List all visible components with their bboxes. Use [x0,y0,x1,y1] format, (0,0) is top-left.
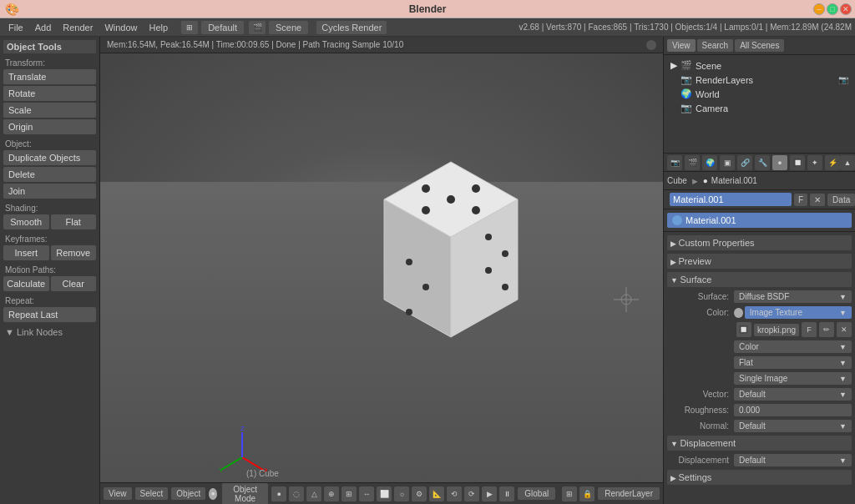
f-button[interactable]: F [794,194,807,206]
viewport-icon-11[interactable]: ⟲ [447,486,462,501]
viewport-icon-6[interactable]: ↔ [359,486,374,501]
material-slot-item[interactable]: Material.001 [667,213,852,228]
vp-snap-icon[interactable]: 🔒 [579,486,594,501]
object-props-icon[interactable]: ▣ [720,155,735,170]
flat-button[interactable]: Flat [51,214,97,229]
remove-texture-button[interactable]: ✕ [837,322,852,337]
vp-grid-icon[interactable]: ⊞ [562,486,577,501]
origin-button[interactable]: Origin [3,119,96,134]
view-menu-button[interactable]: View [104,487,132,500]
viewport[interactable]: X Y Z (1) Cube [100,53,663,482]
viewport-icon-1[interactable]: ● [271,486,286,501]
viewport-icon-3[interactable]: △ [306,486,321,501]
viewport-icon-13[interactable]: ▶ [482,486,497,501]
viewport-icon-5[interactable]: ⊞ [341,486,357,501]
color-space-dropdown[interactable]: Color ▼ [734,340,852,353]
remove-button[interactable]: Remove [51,245,97,260]
layout-icon: ⊞ [181,21,198,34]
renderlayer-button[interactable]: RenderLayer [598,487,660,500]
viewport-icon-9[interactable]: ⚙ [412,486,427,501]
layout-selector[interactable]: Default [201,21,244,34]
particle-props-icon[interactable]: ✦ [807,155,822,170]
scene-selector[interactable]: Scene [269,21,308,34]
texture-props-icon[interactable]: 🔲 [790,155,805,170]
data-tab-button[interactable]: Data [827,194,855,206]
custom-properties-section[interactable]: Custom Properties [667,235,852,250]
global-selector[interactable]: Global [518,487,555,500]
color-dot-button[interactable] [734,308,743,318]
material-props-icon[interactable]: ● [772,155,787,170]
mode-icon[interactable]: ● [209,488,217,500]
menu-render[interactable]: Render [58,21,98,34]
viewport-icon-10[interactable]: 📐 [429,486,444,501]
clear-button[interactable]: Clear [51,276,97,291]
normal-dropdown[interactable]: Default ▼ [734,420,852,432]
outliner-scene[interactable]: ▶ 🎬 Scene [667,58,852,73]
menu-file[interactable]: File [3,21,28,34]
repeat-last-button[interactable]: Repeat Last [3,307,96,322]
viewport-icon-8[interactable]: ☼ [394,486,409,501]
menu-help[interactable]: Help [144,21,174,34]
smooth-button[interactable]: Smooth [3,214,49,229]
extension-dropdown[interactable]: Single Image ▼ [734,372,852,385]
all-scenes-tab[interactable]: All Scenes [735,39,784,52]
outliner-camera[interactable]: 📷 Camera [667,101,852,115]
motion-paths-label: Motion Paths: [3,265,96,275]
calculate-button[interactable]: Calculate [3,276,49,291]
close-button[interactable]: ✕ [840,3,852,15]
scale-button[interactable]: Scale [3,103,96,118]
object-menu-button[interactable]: Object [171,487,205,500]
settings-section[interactable]: Settings [667,470,852,485]
viewport-icon-7[interactable]: ⬜ [377,486,392,501]
insert-button[interactable]: Insert [3,245,49,260]
world-props-icon[interactable]: 🌍 [702,155,717,170]
outliner-world[interactable]: 🌍 World [667,87,852,101]
viewport-toolbar: View Select Object ● Object Mode ● ◌ △ ⊕… [100,482,663,504]
link-nodes-section[interactable]: Link Nodes [3,324,96,340]
custom-properties-label: Custom Properties [679,238,755,248]
rotate-button[interactable]: Rotate [3,86,96,101]
constraint-props-icon[interactable]: 🔗 [737,155,752,170]
color-type-dropdown[interactable]: Image Texture ▼ [745,306,852,319]
menu-add[interactable]: Add [30,21,57,34]
viewport-icon-14[interactable]: ⏸ [499,486,514,501]
material-name-input[interactable] [670,193,792,206]
render-props-icon[interactable]: 📷 [667,155,682,170]
render-engine-selector[interactable]: Cycles Render [316,21,387,34]
edit-texture-button[interactable]: ✏ [819,322,834,337]
viewport-toggle[interactable] [646,40,656,50]
maximize-button[interactable]: □ [827,3,838,15]
props-scroll-up[interactable]: ▲ [840,155,855,170]
scene-props-icon[interactable]: 🎬 [685,155,700,170]
browse-texture-button[interactable]: F [802,322,817,337]
viewport-icon-4[interactable]: ⊕ [324,486,339,501]
minimize-button[interactable]: – [813,3,825,15]
modifier-props-icon[interactable]: 🔧 [755,155,770,170]
displacement-section[interactable]: Displacement [667,436,852,451]
repeat-label: Repeat: [3,296,96,305]
duplicate-objects-button[interactable]: Duplicate Objects [3,150,96,165]
search-tab[interactable]: Search [697,39,734,52]
viewport-icon-2[interactable]: ◌ [289,486,304,501]
viewport-icon-12[interactable]: ⟳ [464,486,479,501]
preview-section[interactable]: Preview [667,254,852,269]
texture-type-icon[interactable]: 🔲 [736,322,751,337]
join-button[interactable]: Join [3,184,96,199]
select-menu-button[interactable]: Select [135,487,169,500]
delete-button[interactable]: Delete [3,167,96,182]
projection-dropdown[interactable]: Flat ▼ [734,356,852,369]
mode-selector[interactable]: Object Mode [222,483,268,505]
vector-dropdown[interactable]: Default ▼ [734,388,852,401]
physics-props-icon[interactable]: ⚡ [825,155,840,170]
menu-window[interactable]: Window [99,21,142,34]
outliner-renderlayers[interactable]: 📷 RenderLayers 📷 [667,73,852,87]
surface-section[interactable]: Surface [667,272,852,287]
roughness-slider[interactable]: 0.000 [734,404,852,416]
svg-point-3 [422,184,430,193]
view-tab[interactable]: View [667,39,696,52]
delete-material-button[interactable]: ✕ [810,194,825,206]
surface-type-dropdown[interactable]: Diffuse BSDF ▼ [734,290,852,303]
displacement-dropdown[interactable]: Default ▼ [734,454,852,466]
translate-button[interactable]: Translate [3,69,96,84]
app-icon: 🎨 [5,3,19,16]
